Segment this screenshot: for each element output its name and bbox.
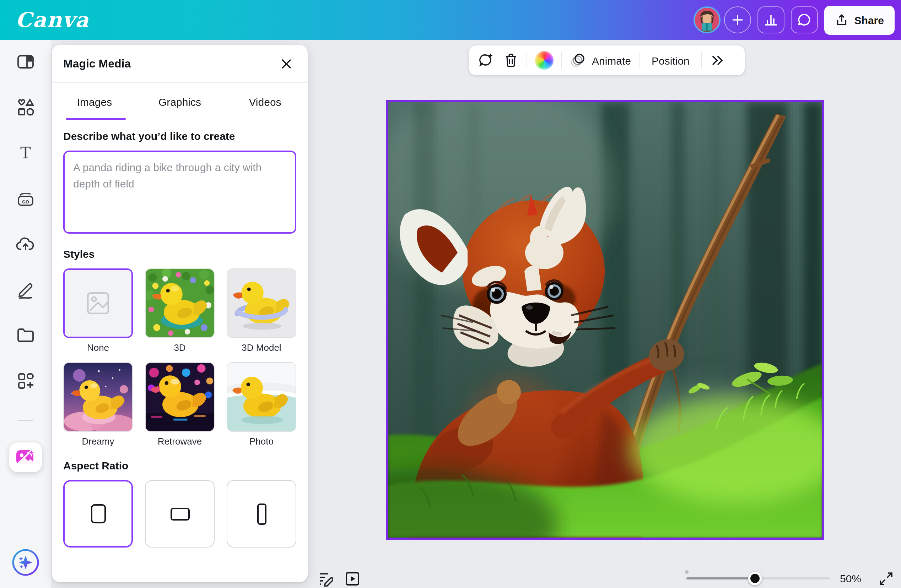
tab-videos[interactable]: Videos [222,83,308,120]
svg-text:co: co [22,198,29,205]
aspect-option-square[interactable] [63,480,133,548]
style-option-dreamy[interactable] [63,362,133,432]
magic-media-panel: Magic Media Images Graphics Videos Descr… [52,45,308,582]
sidebar-item-draw[interactable] [16,280,36,300]
portrait-ratio-icon [257,503,266,524]
zoom-fit-marker [685,570,689,574]
tab-images[interactable]: Images [52,83,137,120]
style-label: 3D Model [242,342,281,353]
avatar[interactable] [694,6,721,33]
position-button[interactable]: Position [647,54,694,66]
zoom-slider-handle[interactable] [748,572,762,585]
square-ratio-icon [90,504,106,523]
animate-icon[interactable] [570,52,587,69]
animate-button[interactable]: Animate [592,54,631,66]
insights-button[interactable] [758,6,785,33]
style-label: Retrowave [158,436,202,447]
sidebar-item-apps[interactable] [16,371,36,390]
style-label: Photo [249,436,274,447]
active-tab-underline [66,118,126,120]
close-panel-button[interactable] [276,54,296,73]
notes-button[interactable] [317,570,334,587]
aspect-option-landscape[interactable] [145,480,215,548]
canva-logo[interactable]: Canva [16,8,89,32]
sidebar-item-text[interactable]: T [16,144,35,163]
styles-label: Styles [63,248,296,260]
sidebar-item-elements[interactable] [16,97,36,117]
svg-text:T: T [20,144,31,162]
color-picker[interactable] [535,51,553,70]
rail-divider [18,420,33,421]
top-bar: Canva Share [0,0,901,40]
aspect-ratio-group [63,480,296,548]
fullscreen-button[interactable] [878,571,894,586]
sidebar-item-brand[interactable]: co [16,190,36,210]
delete-icon[interactable] [503,53,519,68]
share-icon [835,13,849,26]
sidebar-item-magic-media[interactable] [9,442,42,472]
share-button[interactable]: Share [825,5,895,34]
present-button[interactable] [344,570,361,587]
more-toolbar-icon[interactable] [710,53,725,67]
describe-label: Describe what you’d like to create [63,130,296,142]
selection-toolbar: Animate Position [469,45,745,75]
style-option-retrowave[interactable] [145,362,215,432]
style-option-none[interactable] [63,268,133,338]
style-grid: None 3D [63,268,296,447]
sidebar-rail: T co [0,40,51,588]
sidebar-item-projects[interactable] [16,325,36,345]
tab-graphics[interactable]: Graphics [137,83,222,120]
add-member-button[interactable] [725,6,751,33]
style-label: None [87,342,109,353]
selected-image-red-panda[interactable] [386,100,824,540]
style-option-3d-model[interactable] [227,268,296,338]
canva-assistant-button[interactable] [11,548,40,577]
comment-add-icon[interactable] [478,52,495,69]
zoom-level: 50% [840,572,861,585]
style-option-photo[interactable] [227,362,296,432]
panel-tabs: Images Graphics Videos [52,83,308,120]
landscape-ratio-icon [170,507,189,520]
sidebar-item-uploads[interactable] [15,234,36,255]
sidebar-item-design[interactable] [16,52,35,72]
aspect-option-portrait[interactable] [227,480,296,548]
style-label: Dreamy [82,436,114,447]
panel-title: Magic Media [63,57,131,70]
aspect-ratio-label: Aspect Ratio [63,459,296,471]
style-label: 3D [174,342,186,353]
prompt-input[interactable] [63,151,296,233]
style-option-3d[interactable] [145,268,215,338]
comments-button[interactable] [791,6,818,33]
